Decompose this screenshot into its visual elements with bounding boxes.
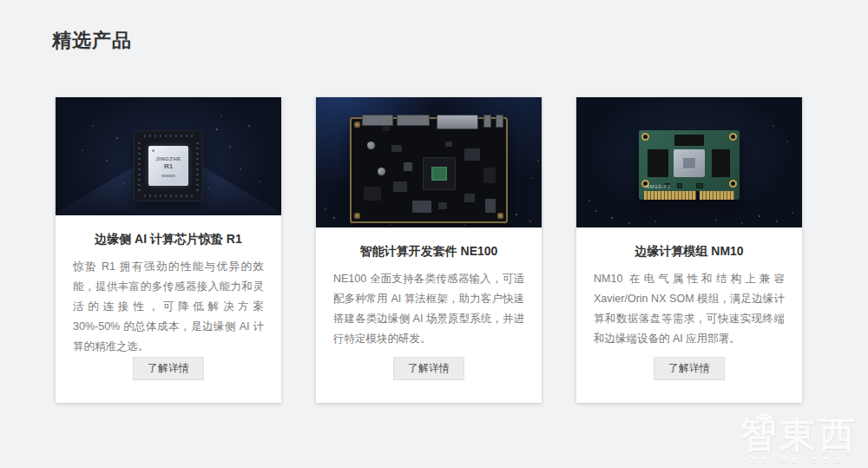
component xyxy=(364,187,381,201)
featured-products-row: JINGZHE R1 边缘侧 AI 计算芯片惊蛰 R1 惊蛰 R1 拥有强劲的性… xyxy=(56,97,802,403)
component xyxy=(393,181,407,192)
product-description: 惊蛰 R1 拥有强劲的性能与优异的效能，提供丰富的多传感器接入能力和灵活的连接性… xyxy=(73,257,264,357)
product-description: NE100 全面支持各类传感器输入，可适配多种常用 AI 算法框架，助力客户快速… xyxy=(333,269,524,349)
board-connector xyxy=(362,115,393,126)
edge-connector-fingers xyxy=(644,191,734,200)
sparkle-dust xyxy=(689,208,691,210)
product-image-chip: JINGZHE R1 xyxy=(56,97,281,215)
module-top-chip xyxy=(674,135,704,146)
chip-pins-top xyxy=(144,135,193,137)
board-soc-chip xyxy=(423,157,456,190)
component xyxy=(483,168,496,183)
learn-more-button[interactable]: 了解详情 xyxy=(393,357,464,380)
watermark-logo-text: 智東西 xyxy=(740,415,858,455)
component xyxy=(696,183,703,188)
component xyxy=(391,145,402,152)
board-silkscreen-label: NM10-A1 xyxy=(646,184,671,189)
zhidx-watermark: 智東西 zhidx.com xyxy=(740,409,858,465)
product-description: NM10 在电气属性和结构上兼容 Xavier/Orin NX SOM 模组，满… xyxy=(594,269,785,349)
product-title: 边缘计算模组 NM10 xyxy=(635,242,743,260)
product-image-devkit-board xyxy=(316,97,542,227)
som-module-illustration: NM10-A1 xyxy=(639,130,740,200)
product-card-ne100[interactable]: 智能计算开发套件 NE100 NE100 全面支持各类传感器输入，可适配多种常用… xyxy=(316,97,542,403)
memory-chip xyxy=(712,149,730,177)
chip-pins-bottom xyxy=(144,194,193,197)
component xyxy=(383,126,390,131)
board-soc-die xyxy=(431,167,447,181)
watermark-domain: zhidx.com xyxy=(740,455,858,465)
screw-hole xyxy=(354,122,360,128)
component xyxy=(438,202,447,209)
pin1-marker-dot xyxy=(152,149,155,152)
screw-hole xyxy=(497,213,503,219)
capacitor xyxy=(378,168,385,175)
page-title: 精选产品 xyxy=(52,28,132,54)
component xyxy=(485,199,496,213)
chip-pins-left xyxy=(138,141,141,191)
card-body: 边缘计算模组 NM10 NM10 在电气属性和结构上兼容 Xavier/Orin… xyxy=(576,227,802,403)
component xyxy=(464,148,480,161)
board-connector xyxy=(397,115,430,126)
module-soc-die xyxy=(682,157,696,169)
learn-more-button[interactable]: 了解详情 xyxy=(654,357,725,380)
mounting-hole xyxy=(641,133,649,141)
mounting-hole xyxy=(729,180,737,188)
screw-hole xyxy=(354,213,360,219)
chip-pins-right xyxy=(196,141,199,191)
component xyxy=(677,183,682,188)
component xyxy=(445,142,452,147)
card-body: 边缘侧 AI 计算芯片惊蛰 R1 惊蛰 R1 拥有强劲的性能与优异的效能，提供丰… xyxy=(56,215,281,403)
chip-die-brand-mark xyxy=(161,175,175,177)
chip-die-label-line1: JINGZHE xyxy=(155,155,181,162)
product-image-som-module: NM10-A1 xyxy=(576,97,802,227)
product-title: 边缘侧 AI 计算芯片惊蛰 R1 xyxy=(95,230,242,247)
board-connector-small xyxy=(483,115,491,128)
component xyxy=(464,194,475,202)
capacitor xyxy=(367,142,375,149)
board-connector-silver xyxy=(437,115,478,129)
connector-notch xyxy=(696,191,700,200)
chip-die-label-line2: R1 xyxy=(164,162,173,171)
board-connector-small xyxy=(496,115,503,128)
component xyxy=(412,201,431,213)
card-body: 智能计算开发套件 NE100 NE100 全面支持各类传感器输入，可适配多种常用… xyxy=(316,227,542,403)
component xyxy=(404,162,412,171)
module-soc-chip xyxy=(674,149,705,177)
chip-illustration: JINGZHE R1 xyxy=(134,130,203,201)
memory-chip xyxy=(648,149,668,177)
mounting-hole xyxy=(729,133,737,141)
chip-die: JINGZHE R1 xyxy=(148,146,188,186)
product-title: 智能计算开发套件 NE100 xyxy=(360,242,498,260)
product-card-jingzhe-r1[interactable]: JINGZHE R1 边缘侧 AI 计算芯片惊蛰 R1 惊蛰 R1 拥有强劲的性… xyxy=(56,97,281,403)
learn-more-button[interactable]: 了解详情 xyxy=(133,357,204,380)
devkit-board-illustration xyxy=(350,117,508,223)
product-card-nm10[interactable]: NM10-A1 边缘计算模组 NM10 NM10 在电气属性和结构上兼容 Xav… xyxy=(576,97,802,403)
